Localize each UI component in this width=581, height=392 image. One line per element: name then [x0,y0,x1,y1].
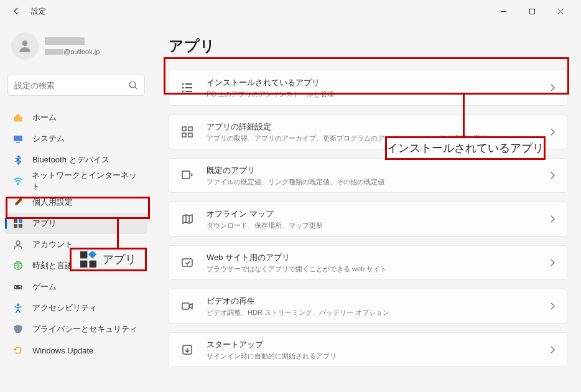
card-desc: ファイルの既定値、リンク種類の既定値、その他の既定値 [207,177,549,187]
window-controls [489,0,575,22]
card-desc: ダウンロード、保存場所、マップ更新 [207,221,549,230]
default-icon [180,169,194,182]
video-icon [180,299,194,313]
sidebar-item-apps[interactable]: アプリ [5,213,147,234]
sidebar-item-label: アクセシビリティ [32,302,97,314]
accessibility-icon [12,302,24,314]
svg-point-10 [16,241,20,245]
sidebar-item-system[interactable]: システム [5,128,147,149]
svg-point-15 [17,304,19,306]
chevron-right-icon [549,171,555,180]
minimize-button[interactable] [489,0,518,22]
svg-rect-27 [182,259,192,266]
sidebar-item-account[interactable]: アカウント [5,234,147,255]
sidebar-item-bluetooth[interactable]: Bluetooth とデバイス [5,149,147,170]
list-icon [180,81,194,95]
svg-rect-17 [185,83,192,85]
user-name-redacted [45,37,85,45]
close-button[interactable] [546,0,575,22]
update-icon [12,345,24,356]
svg-rect-4 [16,142,20,143]
card-text: スタートアップ サインイン時に自動的に開始されるアプリ [207,339,549,361]
card-startup[interactable]: スタートアップ サインイン時に自動的に開始されるアプリ [169,332,567,367]
sidebar-item-label: ネットワークとインターネット [32,170,140,192]
card-title: オフライン マップ [207,208,549,220]
page-title: アプリ [169,36,567,56]
titlebar: 設定 [0,0,581,22]
svg-point-18 [182,87,184,89]
sidebar-item-label: システム [32,133,65,144]
sidebar-item-label: ホーム [32,112,57,123]
card-title: Web サイト用のアプリ [207,252,549,263]
sidebar-item-personalize[interactable]: 個人用設定 [5,192,147,213]
sidebar-item-network[interactable]: ネットワークとインターネット [5,170,147,192]
system-icon [12,133,24,144]
svg-rect-21 [185,91,192,92]
person-icon [17,38,33,54]
sidebar-item-accessibility[interactable]: アクセシビリティ [5,297,147,319]
card-title: スタートアップ [207,339,549,350]
svg-point-14 [21,287,22,289]
map-icon [180,212,194,226]
svg-rect-9 [19,224,22,228]
card-title: アプリの詳細設定 [207,121,549,133]
card-video-playback[interactable]: ビデオの再生 ビデオ調整、HDR ストリーミング、バッテリー オプション [169,289,567,324]
sidebar-item-home[interactable]: ホーム [5,107,147,128]
avatar [11,32,39,60]
window-title: 設定 [31,6,46,17]
svg-rect-24 [182,133,186,137]
apps-icon [12,218,24,229]
sidebar-item-privacy[interactable]: プライバシーとセキュリティ [5,319,147,340]
svg-point-13 [19,286,21,287]
card-desc: サインイン時に自動的に開始されるアプリ [207,352,549,361]
nav-list: ホーム システム Bluetooth とデバイス ネットワークとインターネット … [5,107,147,361]
chevron-right-icon [549,83,555,92]
card-text: 既定のアプリ ファイルの既定値、リンク種類の既定値、その他の既定値 [207,165,549,187]
svg-point-1 [22,40,28,46]
svg-point-5 [17,184,19,185]
sidebar: @outlook.jp ホーム システム Bluetooth とデバイス [0,22,152,392]
svg-point-2 [129,82,136,88]
card-offline-maps[interactable]: オフライン マップ ダウンロード、保存場所、マップ更新 [169,202,567,236]
card-title: ビデオの再生 [207,296,549,307]
user-block[interactable]: @outlook.jp [5,25,147,71]
search-input[interactable] [14,81,128,90]
card-default-apps[interactable]: 既定のアプリ ファイルの既定値、リンク種類の既定値、その他の既定値 [169,158,567,193]
svg-rect-25 [188,133,192,137]
chevron-right-icon [549,302,555,310]
svg-rect-8 [14,224,17,228]
card-advanced-settings[interactable]: アプリの詳細設定 アプリの取得、アプリのアーカイブ、更新プログラムのアンインスト… [169,114,567,149]
search-box[interactable] [7,75,145,96]
sidebar-item-update[interactable]: Windows Update [5,340,147,361]
card-text: ビデオの再生 ビデオ調整、HDR ストリーミング、バッテリー オプション [207,296,549,317]
sidebar-item-time[interactable]: 時刻と言語 [5,255,147,276]
card-website-apps[interactable]: Web サイト用のアプリ ブラウザーではなくアプリで開くことができる web サ… [169,245,567,280]
card-installed-apps[interactable]: インストールされているアプリ PC 上のアプリのアンインストールと管理 [169,70,567,106]
search-icon [128,80,138,90]
svg-rect-22 [182,127,186,131]
maximize-button[interactable] [518,0,546,22]
card-text: インストールされているアプリ PC 上のアプリのアンインストールと管理 [207,77,549,99]
svg-point-16 [182,83,184,85]
chevron-right-icon [549,215,555,223]
globe-icon [12,260,24,271]
sidebar-item-label: ゲーム [32,281,57,292]
svg-rect-28 [182,303,189,309]
card-title: 既定のアプリ [207,165,549,176]
sidebar-item-game[interactable]: ゲーム [5,276,147,297]
shield-icon [12,324,24,335]
sidebar-item-label: アプリ [32,218,57,229]
card-desc: ビデオ調整、HDR ストリーミング、バッテリー オプション [207,308,549,317]
card-desc: アプリの取得、アプリのアーカイブ、更新プログラムのアンインストールを行う場所を選… [207,134,549,143]
back-button[interactable] [6,1,26,21]
card-text: オフライン マップ ダウンロード、保存場所、マップ更新 [207,208,549,230]
bluetooth-icon [12,154,24,166]
svg-rect-7 [19,219,22,223]
card-text: Web サイト用のアプリ ブラウザーではなくアプリで開くことができる web サ… [207,252,549,274]
arrow-left-icon [12,7,21,16]
chevron-right-icon [549,345,555,354]
game-icon [12,281,24,292]
wifi-icon [12,175,23,187]
sidebar-item-label: アカウント [32,239,73,250]
grid-detail-icon [180,125,194,139]
